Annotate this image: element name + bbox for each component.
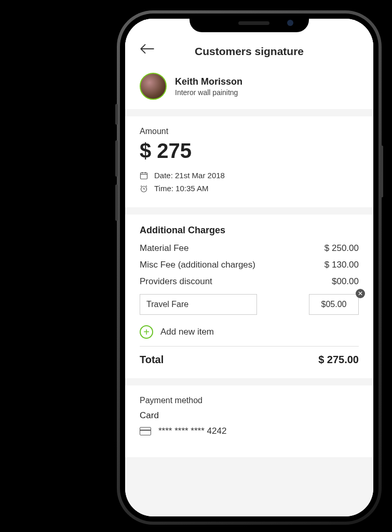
charge-row: Misc Fee (additional charges) $ 130.00 [140, 260, 359, 270]
charge-row: Providers discount $00.00 [140, 276, 359, 287]
editable-charge-row: ✕ [140, 294, 359, 315]
calendar-icon [140, 171, 148, 180]
payment-type: Card [140, 410, 359, 421]
card-row: **** **** **** 4242 [140, 426, 359, 436]
phone-frame: Customers signature Keith Morisson Inter… [117, 10, 382, 525]
customer-service: Interor wall painitng [175, 88, 242, 97]
charges-title: Additional Charges [140, 225, 359, 236]
charge-value: $ 250.00 [325, 243, 359, 254]
amount-value: $ 275 [140, 139, 359, 163]
volume-down [115, 184, 118, 221]
amount-label: Amount [140, 127, 359, 136]
credit-card-icon [140, 427, 151, 435]
volume-up [115, 140, 118, 177]
charge-label: Material Fee [140, 243, 188, 254]
charge-label: Misc Fee (additional charges) [140, 260, 255, 270]
mute-switch [115, 104, 118, 125]
date-text: Date: 21st Mar 2018 [154, 171, 225, 180]
charge-row: Material Fee $ 250.00 [140, 243, 359, 254]
date-row: Date: 21st Mar 2018 [140, 171, 359, 180]
charge-label: Providers discount [140, 276, 212, 287]
charge-value: $ 130.00 [325, 260, 359, 270]
payment-card: Payment method Card **** **** **** 4242 [125, 385, 373, 457]
time-row: Time: 10:35 AM [140, 184, 359, 193]
total-value: $ 275.00 [318, 354, 359, 366]
customer-name: Keith Morisson [175, 76, 242, 87]
amount-card: Amount $ 275 Date: 21st Mar 2018 [125, 116, 373, 207]
payment-title: Payment method [140, 396, 359, 405]
arrow-left-icon [140, 44, 154, 54]
svg-rect-0 [141, 172, 147, 179]
charge-name-input[interactable] [140, 294, 257, 315]
remove-charge-button[interactable]: ✕ [356, 289, 365, 298]
total-label: Total [140, 354, 164, 366]
charges-card: Additional Charges Material Fee $ 250.00… [125, 215, 373, 378]
scroll-area[interactable]: Customers signature Keith Morisson Inter… [125, 19, 373, 516]
avatar [140, 73, 167, 100]
provider-brand-label: PROVIDER [0, 73, 8, 532]
power-button [381, 145, 383, 197]
total-row: Total $ 275.00 [140, 354, 359, 366]
customer-card: Keith Morisson Interor wall painitng [125, 63, 373, 109]
speaker-grill [238, 21, 269, 25]
plus-icon: + [140, 325, 153, 339]
add-item-label: Add new item [160, 327, 214, 337]
card-masked: **** **** **** 4242 [158, 426, 226, 436]
close-icon: ✕ [358, 290, 363, 297]
notch [190, 14, 309, 32]
clock-icon [140, 184, 148, 193]
add-item-button[interactable]: + Add new item [140, 325, 359, 339]
front-camera [287, 20, 293, 26]
time-text: Time: 10:35 AM [154, 184, 209, 193]
charge-value: $00.00 [332, 276, 359, 287]
back-button[interactable] [140, 44, 154, 54]
charge-value-input[interactable] [309, 294, 359, 315]
divider [140, 346, 359, 347]
page-title: Customers signature [125, 45, 373, 58]
screen: Customers signature Keith Morisson Inter… [125, 19, 373, 516]
